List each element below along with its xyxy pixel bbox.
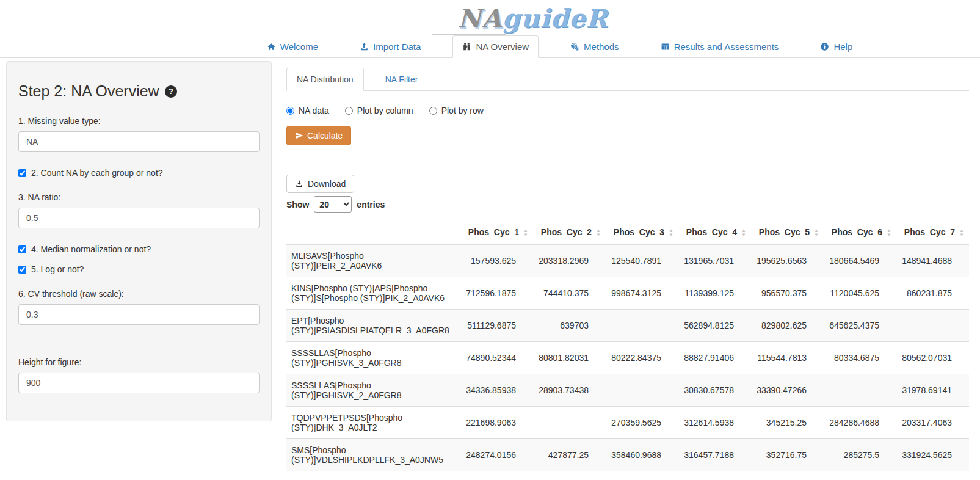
count-na-label: 2. Count NA by each group or not? [31, 168, 163, 178]
nav-item: Help [810, 35, 862, 58]
main-divider [286, 161, 969, 161]
page-length-control: Show 20 entries [286, 196, 969, 213]
count-na-checkbox[interactable] [18, 169, 26, 177]
radio-plot-by-row[interactable]: Plot by row [429, 106, 484, 115]
row-name-cell: KINS[Phospho (STY)]APS[Phospho (STY)]S[P… [286, 277, 460, 310]
column-header-rowname [286, 220, 460, 245]
sidebar-divider [18, 341, 260, 341]
column-header-label: Phos_Cyc_4 [686, 227, 737, 237]
nav-tab-methods[interactable]: Methods [561, 35, 629, 58]
cell-value [824, 374, 896, 407]
app-logo: NAguideR [458, 4, 608, 34]
cell-value: 639703 [533, 310, 606, 342]
tab-na-distribution[interactable]: NA Distribution [286, 68, 364, 91]
nav-tab-welcome[interactable]: Welcome [257, 35, 328, 58]
paper-plane-icon [295, 131, 303, 140]
table-row: SSSSLLAS[Phospho (STY)]PGHISVK_2_A0FGR83… [286, 374, 969, 407]
cell-value [606, 310, 678, 342]
logo-text-guider: guideR [503, 4, 608, 34]
table-icon [661, 42, 670, 51]
cell-value: 645625.4375 [824, 310, 896, 342]
column-header-label: Phos_Cyc_7 [904, 227, 955, 237]
column-header-label: Phos_Cyc_6 [832, 227, 882, 237]
column-header-phos-cyc-2[interactable]: Phos_Cyc_2▲▼ [533, 220, 606, 245]
median-normalization-label: 4. Median normalization or not? [31, 244, 151, 254]
nav-item: Welcome [257, 35, 328, 58]
page-length-select[interactable]: 20 [314, 196, 352, 213]
radio-input-plot-by-column[interactable] [345, 107, 353, 115]
log-checkbox-row[interactable]: 5. Log or not? [18, 264, 260, 274]
row-name-cell: EPT[Phospho (STY)]PSIASDISLPIATQELR_3_A0… [286, 310, 460, 342]
cell-value: 74890.52344 [460, 342, 533, 374]
column-header-phos-cyc-1[interactable]: Phos_Cyc_1▲▼ [460, 220, 533, 245]
na-ratio-label: 3. NA ratio: [18, 192, 260, 202]
plot-type-radio-group: NA dataPlot by columnPlot by row [286, 106, 969, 115]
radio-input-na-data[interactable] [286, 107, 294, 115]
radio-na-data[interactable]: NA data [286, 106, 329, 115]
figure-height-input[interactable] [18, 373, 260, 393]
cell-value: 427877.25 [533, 439, 606, 471]
cell-value: 31978.69141 [896, 374, 969, 407]
help-question-icon[interactable]: ? [164, 85, 178, 98]
calculate-button[interactable]: Calculate [286, 126, 351, 145]
column-header-phos-cyc-4[interactable]: Phos_Cyc_4▲▼ [678, 220, 751, 245]
radio-plot-by-column[interactable]: Plot by column [345, 106, 413, 115]
missing-value-type-group: 1. Missing value type: [18, 116, 260, 152]
cell-value: 562894.8125 [678, 310, 751, 342]
nav-tab-help[interactable]: Help [810, 35, 862, 58]
column-header-phos-cyc-7[interactable]: Phos_Cyc_7▲▼ [896, 220, 969, 245]
upload-icon [360, 42, 369, 51]
nav-tab-results-and-assessments[interactable]: Results and Assessments [651, 35, 789, 58]
tab-na-filter[interactable]: NA Filter [365, 68, 438, 91]
cell-value: 203317.4063 [896, 407, 969, 439]
median-normalization-checkbox[interactable] [18, 245, 26, 253]
na-ratio-input[interactable] [18, 208, 260, 228]
cell-value: 860231.875 [896, 277, 969, 310]
row-name-cell: SSSSLLAS[Phospho (STY)]PGHISVK_2_A0FGR8 [286, 374, 460, 407]
missing-value-type-input[interactable] [18, 131, 260, 152]
nav-item: Results and Assessments [651, 35, 789, 58]
radio-label: Plot by column [357, 106, 413, 115]
table-row: SSSSLLAS[Phospho (STY)]PGHISVK_3_A0FGR87… [286, 342, 969, 374]
cell-value: 33390.47266 [751, 374, 824, 407]
nav-tab-label: Methods [584, 42, 619, 52]
nav-tab-na-overview[interactable]: NA Overview [452, 35, 539, 58]
column-header-phos-cyc-5[interactable]: Phos_Cyc_5▲▼ [751, 220, 824, 245]
cell-value: 180664.5469 [824, 245, 896, 277]
nav-tab-label: NA Overview [476, 42, 529, 52]
cv-threshold-input[interactable] [18, 304, 260, 325]
column-header-label: Phos_Cyc_1 [468, 227, 519, 237]
nav-tab-import-data[interactable]: Import Data [350, 35, 430, 58]
nav-tab-label: Import Data [373, 42, 421, 52]
row-name-cell: TQDPVPPETPSDS[Phospho (STY)]DHK_3_A0JLT2 [286, 407, 460, 439]
cv-threshold-group: 6. CV threshold (raw scale): [18, 289, 260, 325]
cell-value: 358460.9688 [606, 439, 678, 471]
table-row: EPT[Phospho (STY)]PSIASDISLPIATQELR_3_A0… [286, 310, 969, 342]
log-checkbox[interactable] [18, 266, 26, 274]
cell-value: 157593.625 [460, 245, 533, 277]
download-button[interactable]: Download [286, 175, 354, 193]
median-normalization-checkbox-row[interactable]: 4. Median normalization or not? [18, 244, 260, 254]
cell-value: 115544.7813 [751, 342, 824, 374]
table-row: MLISAVS[Phospho (STY)]PEIR_2_A0AVK615759… [286, 245, 969, 277]
nav-item: Methods [561, 35, 629, 58]
na-data-table: Phos_Cyc_1▲▼Phos_Cyc_2▲▼Phos_Cyc_3▲▼Phos… [286, 220, 969, 471]
cell-value: 34336.85938 [460, 374, 533, 407]
entries-label: entries [357, 200, 385, 209]
nav-item: Import Data [350, 35, 430, 58]
cell-value: 956570.375 [751, 277, 824, 310]
radio-input-plot-by-row[interactable] [429, 107, 437, 115]
missing-value-type-label: 1. Missing value type: [18, 116, 260, 126]
cell-value [896, 310, 969, 342]
table-row: KINS[Phospho (STY)]APS[Phospho (STY)]S[P… [286, 277, 969, 310]
cell-value: 80222.84375 [606, 342, 678, 374]
column-header-phos-cyc-6[interactable]: Phos_Cyc_6▲▼ [824, 220, 896, 245]
nav-item: NA Overview [452, 35, 539, 58]
cell-value [606, 374, 678, 407]
cell-value: 248274.0156 [460, 439, 533, 471]
download-icon [295, 180, 303, 188]
info-icon [820, 42, 829, 51]
column-header-phos-cyc-3[interactable]: Phos_Cyc_3▲▼ [606, 220, 678, 245]
page-title: Step 2: NA Overview ? [18, 82, 260, 100]
count-na-checkbox-row[interactable]: 2. Count NA by each group or not? [18, 168, 260, 178]
